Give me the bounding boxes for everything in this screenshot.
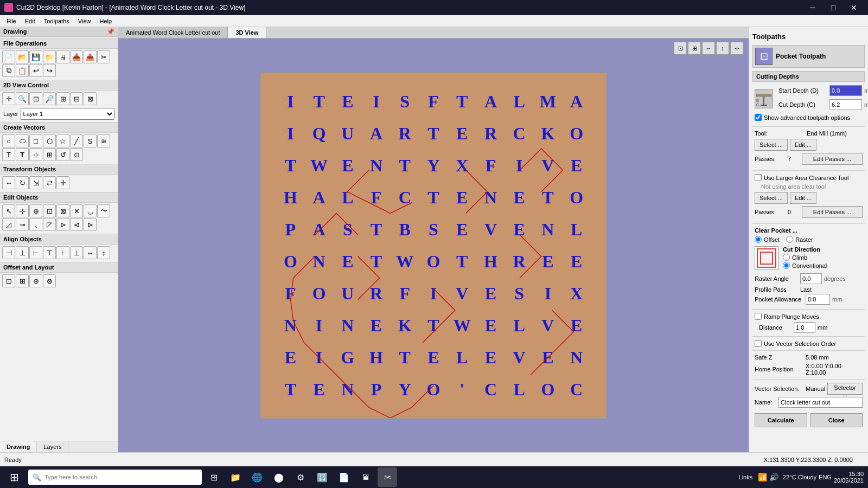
align-top-btn[interactable]: ⊤ <box>43 246 56 259</box>
undo-btn[interactable]: ↩ <box>29 64 42 77</box>
zoom-box-btn[interactable]: ⊡ <box>29 92 42 105</box>
view-all-btn[interactable]: ⊟ <box>70 92 83 105</box>
dist-horiz-btn[interactable]: ↔ <box>84 246 97 259</box>
show-advanced-checkbox[interactable] <box>755 114 762 121</box>
align-right-btn[interactable]: ⊢ <box>29 246 42 259</box>
spiral-btn[interactable]: ⊙ <box>70 148 83 161</box>
export-btn[interactable]: 📤 <box>84 50 97 63</box>
save-btn[interactable]: 💾 <box>29 50 42 63</box>
canvas-tool-1[interactable]: ⊡ <box>674 42 687 55</box>
close-button[interactable]: Close <box>810 413 863 427</box>
align-left-btn[interactable]: ⊣ <box>2 246 15 259</box>
layers-tab[interactable]: Layers <box>37 441 68 452</box>
copy-btn[interactable]: ⧉ <box>2 64 15 77</box>
paste-btn[interactable]: 📋 <box>16 64 29 77</box>
taskbar-settings[interactable]: ⚙ <box>291 467 310 487</box>
wave-btn[interactable]: ≋ <box>97 134 110 147</box>
larger-area-checkbox[interactable] <box>755 174 762 181</box>
network-icon[interactable]: 📶 <box>758 473 767 481</box>
rotate-btn[interactable]: ↻ <box>16 176 29 189</box>
close-button[interactable]: ✕ <box>844 0 864 15</box>
zoom-fit-btn[interactable]: ⊞ <box>56 92 69 105</box>
taskbar-app1[interactable]: 🖥 <box>356 467 375 487</box>
ellipse-btn[interactable]: ⬭ <box>16 134 29 147</box>
text-btn[interactable]: T <box>2 148 15 161</box>
raster-radio[interactable] <box>786 236 793 243</box>
select-btn[interactable]: ↖ <box>2 204 15 217</box>
node-btn[interactable]: ⊹ <box>29 148 42 161</box>
redo-btn[interactable]: ↪ <box>43 64 56 77</box>
menu-toolpaths[interactable]: Toolpaths <box>40 17 74 25</box>
cut-depth-input[interactable] <box>829 99 862 110</box>
bezier-btn[interactable]: S <box>84 134 97 147</box>
pocket-allowance-input[interactable] <box>806 294 830 305</box>
new-file-btn[interactable]: 📄 <box>2 50 15 63</box>
menu-file[interactable]: File <box>2 17 21 25</box>
name-input[interactable] <box>778 397 863 408</box>
align-center-btn[interactable]: ⊥ <box>16 246 29 259</box>
offset-btn[interactable]: ⊡ <box>2 274 15 287</box>
import-btn[interactable]: 📥 <box>70 50 83 63</box>
taskbar-calculator[interactable]: 🔢 <box>312 467 332 487</box>
ramp-distance-input[interactable] <box>794 322 815 333</box>
poly-btn[interactable]: ⬡ <box>43 134 56 147</box>
smooth-btn[interactable]: 〜 <box>97 204 110 217</box>
scale-btn[interactable]: ⇲ <box>29 176 42 189</box>
canvas-tool-4[interactable]: ↕ <box>716 42 729 55</box>
nest-btn[interactable]: ⊞ <box>16 274 29 287</box>
canvas-tool-2[interactable]: ⊞ <box>688 42 701 55</box>
vector-selection-order-checkbox[interactable] <box>755 340 762 347</box>
start-button[interactable]: ⊞ <box>2 467 26 487</box>
circle-btn[interactable]: ○ <box>2 134 15 147</box>
tool-select-button[interactable]: Select ... <box>755 139 788 151</box>
chamfer-btn[interactable]: ◸ <box>43 218 56 231</box>
move-btn[interactable]: ↔ <box>2 176 15 189</box>
start-depth-input[interactable] <box>829 85 862 96</box>
menu-help[interactable]: Help <box>95 17 116 25</box>
taskbar-file-explorer[interactable]: 📁 <box>226 467 245 487</box>
canvas-tool-3[interactable]: ↔ <box>702 42 715 55</box>
conventional-radio[interactable] <box>783 262 790 269</box>
align-middle-btn[interactable]: ⊦ <box>56 246 69 259</box>
taskbar-edge[interactable]: 🌐 <box>247 467 267 487</box>
sound-icon[interactable]: 🔊 <box>769 473 778 481</box>
mirror-btn[interactable]: ⇄ <box>43 176 56 189</box>
dogbone-btn[interactable]: ⊗ <box>43 274 56 287</box>
fillet-btn[interactable]: ◟ <box>29 218 42 231</box>
menu-edit[interactable]: Edit <box>21 17 40 25</box>
group-btn[interactable]: ⊡ <box>43 204 56 217</box>
text2-btn[interactable]: T <box>16 148 29 161</box>
calculate-button[interactable]: Calculate <box>755 413 807 427</box>
cut-btn[interactable]: ✂ <box>97 50 110 63</box>
edit-passes-button[interactable]: Edit Passes ... <box>802 153 863 165</box>
larger-area-edit-button[interactable]: Edit ... <box>790 192 816 204</box>
snap-btn[interactable]: ⊠ <box>84 92 97 105</box>
delete-btn[interactable]: ✕ <box>70 204 83 217</box>
tab-drawing[interactable]: Animated Word Clock Letter cut out <box>118 27 228 38</box>
node-edit-btn[interactable]: ⊹ <box>16 204 29 217</box>
arc-fit-btn[interactable]: ◡ <box>84 204 97 217</box>
taskbar-chrome[interactable]: ⬤ <box>269 467 289 487</box>
ramp-checkbox[interactable] <box>755 313 762 320</box>
close-vec-btn[interactable]: ⊳ <box>84 218 97 231</box>
zoom-in-btn[interactable]: 🔍 <box>16 92 29 105</box>
sidebar-pin-icon[interactable]: 📌 <box>107 28 114 35</box>
taskbar-cut2d[interactable]: ✂ <box>378 467 397 487</box>
minimize-button[interactable]: ─ <box>803 0 822 15</box>
save-as-btn[interactable]: 📁 <box>43 50 56 63</box>
skew-btn[interactable]: ✛ <box>56 176 69 189</box>
line-btn[interactable]: ╱ <box>70 134 83 147</box>
selector-button[interactable]: Selector ... <box>827 383 863 395</box>
array-btn[interactable]: ⊞ <box>43 148 56 161</box>
menu-view[interactable]: View <box>74 17 95 25</box>
tool-edit-button[interactable]: Edit ... <box>790 139 816 151</box>
search-input[interactable] <box>44 474 197 480</box>
climb-radio[interactable] <box>783 254 790 261</box>
trim-btn[interactable]: ⊸ <box>16 218 29 231</box>
align-bottom-btn[interactable]: ⊥ <box>70 246 83 259</box>
ungroup-btn[interactable]: ⊠ <box>56 204 69 217</box>
offset-radio[interactable] <box>755 236 762 243</box>
raster-angle-input[interactable] <box>800 273 822 284</box>
extend-btn[interactable]: ⊳ <box>56 218 69 231</box>
tab-3d-view[interactable]: 3D View <box>228 27 266 38</box>
